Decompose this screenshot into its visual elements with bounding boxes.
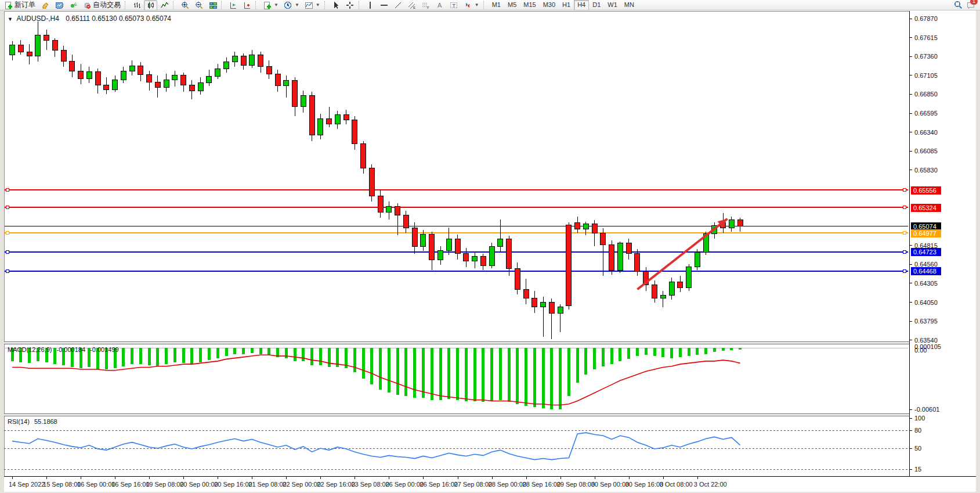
trendline-button[interactable] — [392, 0, 405, 10]
candlestick — [660, 291, 666, 307]
separator — [125, 1, 128, 9]
candlestick — [129, 60, 135, 75]
macd-histogram — [11, 348, 742, 409]
window-frame-right — [976, 10, 980, 493]
timeframe-button-D1[interactable]: D1 — [589, 0, 604, 10]
candlestick — [224, 57, 229, 73]
time-axis-label: 16 Sep 16:00 — [111, 481, 149, 488]
time-tick-mark — [458, 477, 458, 479]
chart-shift-button[interactable] — [240, 0, 254, 10]
periods-button[interactable]: ▼ — [281, 0, 302, 10]
time-axis[interactable]: 14 Sep 202215 Sep 08:0016 Sep 00:0016 Se… — [4, 476, 976, 492]
new-order-button[interactable]: 新订单 — [2, 0, 38, 10]
candlestick — [241, 53, 246, 70]
price-tick-mark — [910, 37, 912, 38]
rsi-value: 55.1868 — [34, 418, 57, 425]
arrows-button[interactable]: ▼ — [461, 0, 482, 10]
rsi-panel[interactable] — [4, 416, 909, 476]
zoom-in-button[interactable] — [178, 0, 191, 10]
main-price-chart[interactable] — [4, 11, 909, 341]
ohlc-quote: 0.65111 0.65130 0.65073 0.65074 — [66, 15, 171, 23]
horizontal-line-button[interactable] — [378, 0, 391, 10]
templates-button[interactable]: ▼ — [302, 0, 323, 10]
indicators-button[interactable]: ▼ — [261, 0, 281, 10]
candlestick — [429, 232, 435, 270]
macd-panel[interactable] — [4, 344, 909, 413]
horizontal-line-0.65324[interactable] — [5, 206, 908, 209]
timeframe-button-MN[interactable]: MN — [621, 0, 638, 10]
candlestick — [35, 21, 41, 62]
rsi-line — [12, 433, 740, 459]
publish-icon — [55, 1, 63, 9]
chart-shift-icon — [243, 1, 251, 9]
fibonacci-button[interactable]: F — [420, 0, 433, 10]
autotrade-button[interactable]: 自动交易 — [80, 0, 123, 10]
collapse-triangle-icon[interactable]: ▼ — [8, 16, 13, 22]
candlestick — [113, 75, 118, 92]
svg-text:E: E — [413, 6, 415, 9]
candlestick — [172, 71, 178, 87]
bar-chart-button[interactable] — [130, 0, 143, 10]
signals-button[interactable] — [66, 0, 79, 10]
notifications-icon[interactable]: 1 — [966, 1, 975, 9]
horizontal-line-icon — [380, 1, 389, 9]
candlestick — [541, 297, 546, 337]
price-axis[interactable]: 0.678700.676150.673600.671050.668500.665… — [909, 11, 976, 476]
separator — [359, 1, 362, 9]
candlestick — [609, 240, 614, 275]
candlestick — [361, 141, 366, 174]
text-label-button[interactable]: T — [447, 0, 461, 10]
timeframe-button-M30[interactable]: M30 — [540, 0, 559, 10]
timeframe-button-H1[interactable]: H1 — [559, 0, 574, 10]
price-tick-label: 0.63540 — [914, 337, 938, 344]
cursor-button[interactable] — [330, 0, 343, 10]
horizontal-line-0.64468[interactable] — [5, 269, 908, 272]
candlestick — [86, 67, 92, 83]
price-tick-mark — [910, 56, 912, 57]
candlestick-chart-button[interactable] — [144, 0, 157, 10]
zoom-out-button[interactable] — [192, 0, 205, 10]
quotes-button[interactable] — [38, 0, 52, 10]
time-tick-mark — [115, 477, 115, 479]
candlestick — [164, 74, 169, 92]
auto-scroll-icon — [229, 1, 237, 9]
fibonacci-icon: F — [422, 1, 431, 9]
candlestick — [446, 228, 451, 255]
publish-button[interactable] — [52, 0, 66, 10]
timeframe-button-W1[interactable]: W1 — [604, 0, 621, 10]
vertical-line-icon — [366, 1, 375, 9]
search-icon[interactable] — [954, 1, 963, 9]
time-tick-mark — [389, 477, 389, 479]
candlestick — [104, 77, 109, 94]
time-axis-label: 3 Oct 08:00 — [660, 481, 693, 488]
time-axis-label: 16 Sep 00:00 — [77, 481, 115, 488]
price-tick-mark — [910, 430, 912, 431]
candlestick — [232, 52, 237, 67]
price-line-badge: 0.65324 — [911, 204, 941, 212]
tile-windows-button[interactable] — [206, 0, 219, 10]
equidistant-channel-button[interactable]: E — [406, 0, 419, 10]
trend-arrow[interactable] — [637, 219, 727, 289]
timeframe-button-H4[interactable]: H4 — [574, 0, 589, 10]
vertical-line-button[interactable] — [364, 0, 377, 10]
text-button[interactable]: A — [433, 0, 447, 10]
price-tick-label: 0.66595 — [914, 110, 938, 117]
zoom-out-icon — [194, 1, 203, 9]
candlestick — [412, 222, 417, 254]
auto-scroll-button[interactable] — [226, 0, 240, 10]
candlestick — [395, 203, 400, 235]
price-tick-mark — [910, 151, 912, 152]
price-tick-mark — [910, 170, 912, 170]
timeframe-button-M1[interactable]: M1 — [489, 0, 504, 10]
candlestick — [403, 211, 408, 233]
new-order-label: 新订单 — [15, 1, 35, 9]
horizontal-line-0.64977[interactable] — [5, 232, 908, 235]
horizontal-line-0.65556[interactable] — [5, 189, 908, 192]
crosshair-button[interactable] — [343, 0, 357, 10]
candlestick — [464, 248, 469, 267]
candlestick — [249, 50, 255, 68]
timeframe-button-M5[interactable]: M5 — [504, 0, 520, 10]
timeframe-button-M15[interactable]: M15 — [520, 0, 539, 10]
time-axis-label: 28 Sep 00:00 — [489, 481, 526, 488]
line-chart-button[interactable] — [158, 0, 171, 10]
